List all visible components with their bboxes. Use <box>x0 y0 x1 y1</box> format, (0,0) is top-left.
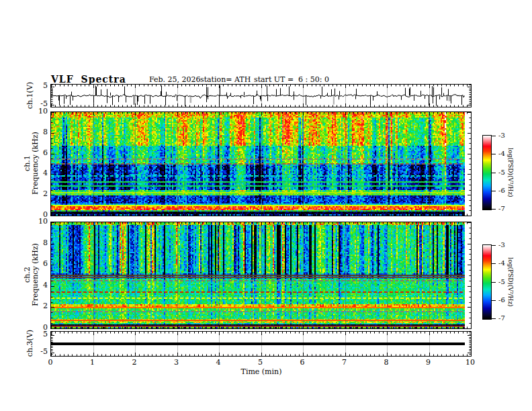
y-tick-label: 4 <box>28 281 48 289</box>
colorbar-ch2-unit-label: log(PSD)(V²/Hz) <box>507 257 514 306</box>
y-tick-label: 6 <box>28 148 48 157</box>
ch1-spec-ylabel-line2: Frequency (kHz) <box>32 132 40 195</box>
plot-date: Feb. 25, 2026 <box>149 75 201 84</box>
ch2-spectrogram-panel <box>50 222 472 329</box>
x-tick-label: 4 <box>216 358 221 367</box>
colorbar-ch2 <box>482 244 497 322</box>
y-tick-label: 8 <box>28 238 48 247</box>
colorbar-tick-label: -5 <box>498 278 505 286</box>
ch1-waveform-canvas <box>51 85 471 107</box>
colorbar-tick-label: -6 <box>498 296 505 304</box>
colorbar-tick-label: -4 <box>498 259 505 267</box>
x-tick-label: 7 <box>342 358 347 367</box>
colorbar-tick-label: -5 <box>498 169 505 177</box>
x-axis-label: Time (min) <box>241 367 282 376</box>
y-tick-label: 2 <box>28 302 48 310</box>
ch2-spec-ylabel: ch.2 Frequency (kHz) <box>24 243 40 306</box>
x-tick-label: 6 <box>300 358 305 367</box>
x-tick-label: 10 <box>466 358 475 367</box>
y-tick-label: 10 <box>28 107 48 116</box>
x-tick-label: 0 <box>48 358 53 367</box>
x-tick-label: 5 <box>258 358 263 367</box>
colorbar-tick-label: -4 <box>498 150 505 158</box>
plot-start-ut: start UT = 6 : 50: 0 <box>254 75 329 84</box>
colorbar-tick-label: -3 <box>498 132 505 140</box>
colorbar-tick-label: -7 <box>498 205 505 213</box>
colorbar-ch1 <box>482 135 497 213</box>
x-tick-label: 3 <box>174 358 179 367</box>
y-tick-label: 4 <box>28 169 48 177</box>
colorbar-tick-label: -6 <box>498 187 505 195</box>
y-tick-label: 5 <box>28 81 48 90</box>
y-tick-label: 6 <box>28 259 48 268</box>
colorbar-tick-label: -3 <box>498 241 505 249</box>
vlf-spectra-figure: VLF Spectra Feb. 25, 2026 station= ATH s… <box>0 0 532 411</box>
x-tick-label: 1 <box>90 358 95 367</box>
plot-station: station= ATH <box>200 75 251 84</box>
x-tick-label: 8 <box>384 358 389 367</box>
plot-title: VLF Spectra <box>51 74 126 85</box>
ch1-spectrogram-panel <box>50 111 472 216</box>
ch1-waveform-panel <box>50 84 472 107</box>
ch2-spec-ylabel-line2: Frequency (kHz) <box>32 243 40 306</box>
x-tick-label: 9 <box>426 358 431 367</box>
ch3-waveform-canvas <box>51 332 471 356</box>
y-tick-label: 2 <box>28 189 48 198</box>
x-tick-label: 2 <box>132 358 137 367</box>
colorbar-tick-label: -7 <box>498 314 505 322</box>
y-tick-label: 10 <box>28 217 48 226</box>
ch1-spec-ylabel: ch.1 Frequency (kHz) <box>24 132 40 195</box>
colorbar-ch1-canvas <box>482 135 497 210</box>
y-tick-label: 8 <box>28 128 48 136</box>
y-tick-label: -5 <box>28 347 48 356</box>
ch1-spectrogram-canvas <box>51 112 471 216</box>
ch2-spectrogram-canvas <box>51 222 471 328</box>
colorbar-ch1-unit-label: log(PSD)(V²/Hz) <box>507 148 514 197</box>
y-tick-label: 5 <box>28 330 48 338</box>
colorbar-ch2-canvas <box>482 244 497 320</box>
ch3-waveform-panel <box>50 331 472 357</box>
